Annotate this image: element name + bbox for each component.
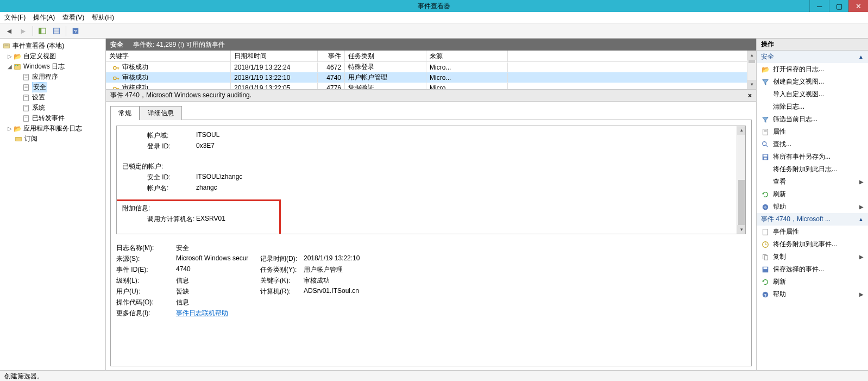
tab-details[interactable]: 详细信息 xyxy=(140,106,182,120)
tree-system[interactable]: 系统 xyxy=(0,103,105,113)
source-label: 来源(S): xyxy=(116,254,176,264)
window-title: 事件查看器 xyxy=(418,2,450,11)
col-event-id[interactable]: 事件 ID xyxy=(318,51,345,61)
event-list-scrollbar[interactable]: ▴▾ xyxy=(747,51,756,89)
menu-action[interactable]: 操作(A) xyxy=(33,13,55,22)
actions-group-event[interactable]: 事件 4740，Microsoft ...▲ xyxy=(757,213,868,226)
forward-button[interactable]: ► xyxy=(17,25,29,37)
action-attach-task-event[interactable]: 将任务附加到此事件... xyxy=(757,238,868,251)
task-icon xyxy=(761,240,770,249)
tree-subscriptions[interactable]: 订阅 xyxy=(0,134,105,144)
event-source: Micro... xyxy=(426,73,508,83)
description-scrollbar[interactable]: ▴▾ xyxy=(737,126,746,234)
action-help[interactable]: ?帮助▶ xyxy=(757,201,868,213)
event-row[interactable]: 审核成功 2018/1/19 13:22:24 4672 特殊登录 Micro.… xyxy=(106,62,756,72)
svg-text:?: ? xyxy=(74,28,77,34)
help-icon: ? xyxy=(761,203,770,211)
col-keyword[interactable]: 关键字 xyxy=(106,51,231,61)
svg-marker-36 xyxy=(763,117,769,122)
action-properties[interactable]: 属性 xyxy=(757,126,868,138)
moreinfo-link[interactable]: 事件日志联机帮助 xyxy=(176,309,228,318)
action-save-all[interactable]: 将所有事件另存为... xyxy=(757,151,868,163)
maximize-button[interactable]: ▢ xyxy=(829,0,848,12)
svg-point-26 xyxy=(114,66,116,69)
event-datetime: 2018/1/19 13:22:10 xyxy=(231,73,318,83)
description-box: 帐户域:ITSOUL 登录 ID:0x3E7 已锁定的帐户: 安全 ID:ITS… xyxy=(116,126,746,234)
user-value: 暂缺 xyxy=(176,287,260,296)
actions-pane: 操作 安全▲ 📂打开保存的日志... 创建自定义视图... 导入自定义视图...… xyxy=(757,39,868,370)
action-create-custom-view[interactable]: 创建自定义视图... xyxy=(757,76,868,88)
expand-icon[interactable]: ▷ xyxy=(7,126,13,132)
action-help-2[interactable]: ?帮助▶ xyxy=(757,288,868,301)
action-import-custom-view[interactable]: 导入自定义视图... xyxy=(757,88,868,101)
action-refresh[interactable]: 刷新 xyxy=(757,188,868,201)
tree-setup-label: 设置 xyxy=(32,93,45,102)
copy-icon xyxy=(761,253,770,261)
tree-apps-services[interactable]: ▷ 📂 应用程序和服务日志 xyxy=(0,123,105,134)
svg-rect-48 xyxy=(763,229,768,235)
event-row[interactable]: 审核成功 2018/1/19 13:22:10 4740 用户帐户管理 Micr… xyxy=(106,72,756,83)
tree-setup[interactable]: 设置 xyxy=(0,92,105,103)
action-open-saved-log[interactable]: 📂打开保存的日志... xyxy=(757,63,868,76)
blank-icon xyxy=(761,103,770,111)
tree-custom-views[interactable]: ▷ 📂 自定义视图 xyxy=(0,51,105,61)
action-save-selected[interactable]: 保存选择的事件... xyxy=(757,263,868,276)
event-source: Micro... xyxy=(426,83,508,90)
event-properties: 日志名称(M):安全 来源(S):Microsoft Windows secur… xyxy=(116,242,746,320)
action-find[interactable]: 查找... xyxy=(757,138,868,151)
svg-line-41 xyxy=(766,145,768,147)
event-row[interactable]: 审核成功 2018/1/19 13:22:05 4776 凭据验证 Micro.… xyxy=(106,83,756,90)
tree-application[interactable]: 应用程序 xyxy=(0,72,105,82)
action-event-properties[interactable]: 事件属性 xyxy=(757,226,868,238)
col-category[interactable]: 任务类别 xyxy=(345,51,426,61)
tree-security-label: 安全 xyxy=(32,82,47,92)
svg-rect-1 xyxy=(39,28,41,34)
blank-icon xyxy=(761,165,770,174)
event-keyword: 审核成功 xyxy=(122,63,148,71)
save-icon xyxy=(761,265,770,274)
action-view[interactable]: 查看▶ xyxy=(757,176,868,188)
funnel-icon xyxy=(761,78,770,86)
action-clear-log[interactable]: 清除日志... xyxy=(757,101,868,113)
back-button[interactable]: ◄ xyxy=(3,25,15,37)
menu-file[interactable]: 文件(F) xyxy=(4,13,26,22)
event-category: 特殊登录 xyxy=(345,61,426,73)
taskcat-value: 用户帐户管理 xyxy=(304,265,343,274)
help-button[interactable]: ? xyxy=(70,25,81,37)
collapse-icon[interactable]: ◢ xyxy=(7,64,13,70)
eventid-value: 4740 xyxy=(176,265,260,274)
level-value: 信息 xyxy=(176,276,260,285)
col-source[interactable]: 来源 xyxy=(426,51,508,61)
export-list-button[interactable] xyxy=(51,25,62,37)
svg-rect-19 xyxy=(24,95,29,101)
tree-windows-logs-label: Windows 日志 xyxy=(23,62,65,71)
tree-windows-logs[interactable]: ◢ Windows 日志 xyxy=(0,61,105,72)
tab-general[interactable]: 常规 xyxy=(110,106,140,120)
log-icon xyxy=(22,93,30,102)
account-name-value: zhangc xyxy=(196,184,217,193)
menu-help[interactable]: 帮助(H) xyxy=(92,13,114,22)
menu-view[interactable]: 查看(V) xyxy=(62,13,84,22)
action-refresh-2[interactable]: 刷新 xyxy=(757,276,868,288)
minimize-button[interactable]: ─ xyxy=(809,0,829,12)
detail-close-icon[interactable]: × xyxy=(748,92,752,99)
action-copy[interactable]: 复制▶ xyxy=(757,251,868,263)
log-icon xyxy=(22,104,30,113)
expand-icon[interactable]: ▷ xyxy=(7,53,13,59)
source-value: Microsoft Windows secur xyxy=(176,254,260,264)
action-filter-log[interactable]: 筛选当前日志... xyxy=(757,113,868,126)
tree-forwarded[interactable]: 已转发事件 xyxy=(0,113,105,123)
show-hide-tree-button[interactable] xyxy=(36,25,48,37)
toolbar: ◄ ► ? xyxy=(0,23,868,39)
logon-id-value: 0x3E7 xyxy=(196,142,215,151)
event-list: 关键字 日期和时间 事件 ID 任务类别 来源 审核成功 2018/1/19 1… xyxy=(106,51,756,90)
col-datetime[interactable]: 日期和时间 xyxy=(231,51,318,61)
tree-security[interactable]: 安全 xyxy=(0,82,105,92)
submenu-arrow-icon: ▶ xyxy=(859,291,864,297)
save-icon xyxy=(761,153,770,161)
action-attach-task-log[interactable]: 将任务附加到此日志... xyxy=(757,163,868,176)
actions-group-security[interactable]: 安全▲ xyxy=(757,51,868,63)
close-button[interactable]: ✕ xyxy=(848,0,868,12)
center-header-count: 事件数: 41,289 (!) 可用的新事件 xyxy=(133,40,225,49)
tree-root[interactable]: 事件查看器 (本地) xyxy=(0,41,105,51)
